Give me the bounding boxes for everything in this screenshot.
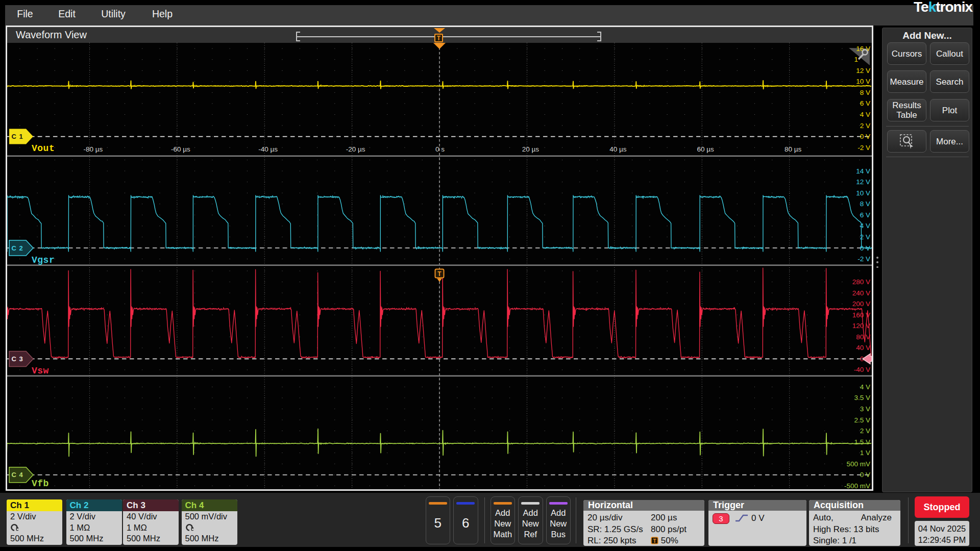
svg-text:12 V: 12 V [856,67,870,74]
svg-text:0 V: 0 V [860,133,870,140]
svg-text:4 V: 4 V [860,111,870,118]
svg-text:4 V: 4 V [860,222,870,230]
svg-text:1 V: 1 V [860,449,870,457]
svg-text:-20 µs: -20 µs [346,145,365,153]
svg-text:C 1: C 1 [11,133,23,140]
svg-text:-2 V: -2 V [857,144,870,152]
svg-text:T: T [653,538,656,543]
svg-text:0 V: 0 V [860,244,870,252]
svg-text:Vgsr: Vgsr [32,255,55,265]
svg-text:10 V: 10 V [856,189,870,197]
svg-text:Vsw: Vsw [32,366,49,376]
svg-text:-40 µs: -40 µs [258,145,278,153]
svg-text:2 V: 2 V [860,122,870,130]
svg-text:6 V: 6 V [860,211,870,219]
svg-text:-60 µs: -60 µs [171,145,190,153]
svg-text:1: 1 [854,56,858,63]
svg-text:8 V: 8 V [860,89,870,96]
svg-text:Vfb: Vfb [32,479,49,489]
svg-text:C 4: C 4 [11,471,23,479]
svg-text:2.5 V: 2.5 V [854,416,870,424]
svg-text:-500 mV: -500 mV [844,482,870,489]
svg-text:-2 V: -2 V [857,255,870,263]
svg-text:60 µs: 60 µs [697,145,715,153]
svg-text:C 3: C 3 [11,355,23,363]
svg-text:0 s: 0 s [435,145,445,153]
svg-text:500 mV: 500 mV [846,460,870,468]
svg-text:Vout: Vout [32,143,55,154]
svg-text:10 V: 10 V [856,78,870,85]
svg-text:160 V: 160 V [852,311,870,319]
svg-text:12 V: 12 V [856,178,870,186]
svg-text:240 V: 240 V [852,289,870,297]
svg-text:280 V: 280 V [852,278,870,286]
svg-text:1.5 V: 1.5 V [854,438,870,446]
svg-text:80 µs: 80 µs [785,145,802,153]
svg-text:8 V: 8 V [860,200,870,208]
svg-text:6 V: 6 V [860,99,870,107]
svg-text:T: T [437,270,442,278]
svg-text:3.5 V: 3.5 V [854,394,870,402]
svg-text:-80 µs: -80 µs [84,145,103,153]
svg-text:3 V: 3 V [860,405,870,413]
svg-text:120 V: 120 V [852,322,870,330]
svg-text:2 V: 2 V [860,233,870,241]
svg-text:C 2: C 2 [11,244,23,252]
svg-text:40 V: 40 V [856,344,870,352]
svg-text:20 µs: 20 µs [522,145,540,153]
svg-text:2 V: 2 V [860,427,870,435]
svg-text:80 V: 80 V [856,333,870,341]
svg-text:4 V: 4 V [860,383,870,391]
svg-text:0 V: 0 V [860,471,870,479]
svg-text:14 V: 14 V [856,167,870,175]
svg-text:-40 V: -40 V [854,366,870,373]
svg-text:40 µs: 40 µs [609,145,627,153]
svg-text:200 V: 200 V [852,300,870,308]
